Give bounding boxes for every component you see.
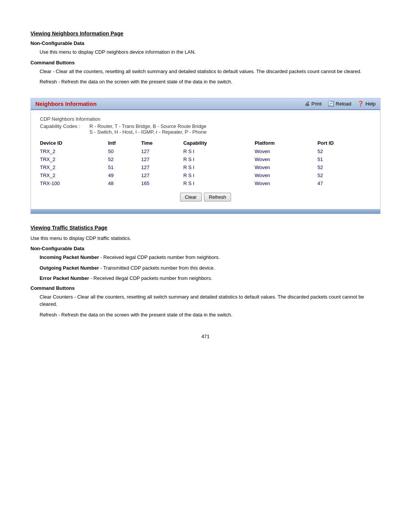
clear-button[interactable]: Clear xyxy=(180,193,202,201)
cell-intf: 51 xyxy=(108,163,141,171)
outgoing-label: Outgoing Packet Number xyxy=(40,265,99,271)
capability-label: Capability Codes : xyxy=(40,123,89,135)
section1-clear-desc: Clear - Clear all the counters, resettin… xyxy=(40,68,381,75)
cell-capability: R S I xyxy=(183,179,255,187)
cell-port_id: 52 xyxy=(317,171,371,179)
cell-device_id: TRX-100 xyxy=(40,179,108,187)
section1-command-buttons-label: Command Buttons xyxy=(30,60,381,66)
col-intf: Intf xyxy=(108,139,141,147)
print-label: Print xyxy=(311,101,322,107)
refresh-button[interactable]: Refresh xyxy=(204,193,231,201)
cell-device_id: TRX_2 xyxy=(40,147,108,155)
table-row: TRX-10048165R S IWoven47 xyxy=(40,179,371,187)
error-desc-text: - Received illegal CDP packets number fr… xyxy=(89,275,212,281)
section-neighbors-info: Viewing Neighbors Information Page Non-C… xyxy=(30,30,381,86)
cell-time: 165 xyxy=(141,179,183,187)
error-label: Error Packet Number xyxy=(40,275,89,281)
table-row: TRX_251127R S IWoven52 xyxy=(40,163,371,171)
section2-non-configurable-label: Non-Configurable Data xyxy=(30,246,381,251)
col-device-id: Device ID xyxy=(40,139,108,147)
help-button[interactable]: ❓ Help xyxy=(357,101,376,107)
cell-platform: Woven xyxy=(255,147,317,155)
col-capability: Capability xyxy=(183,139,255,147)
section1-heading: Viewing Neighbors Information Page xyxy=(30,30,381,37)
neighbors-table: Device ID Intf Time Capability Platform … xyxy=(40,139,371,187)
cell-platform: Woven xyxy=(255,163,317,171)
col-platform: Platform xyxy=(255,139,317,147)
capability-values: R - Router, T - Trans Bridge, B - Source… xyxy=(89,123,207,135)
capability-line1: R - Router, T - Trans Bridge, B - Source… xyxy=(89,123,207,129)
help-icon: ❓ xyxy=(357,101,364,107)
table-row: TRX_249127R S IWoven52 xyxy=(40,171,371,179)
incoming-label: Incoming Packet Number xyxy=(40,254,99,260)
page-number: 471 xyxy=(30,334,381,339)
outgoing-desc: Outgoing Packet Number - Transmitted CDP… xyxy=(40,264,381,272)
table-header-row: Device ID Intf Time Capability Platform … xyxy=(40,139,371,147)
cell-port_id: 52 xyxy=(317,163,371,171)
clear-counters-desc: Clear Counters - Clear all the counters,… xyxy=(40,293,381,308)
panel-title: Neighbors Information xyxy=(35,101,97,107)
panel-header: Neighbors Information 🖨 Print 🔄 Reload ❓… xyxy=(31,98,380,110)
cell-port_id: 52 xyxy=(317,147,371,155)
cell-capability: R S I xyxy=(183,171,255,179)
section1-non-configurable-label: Non-Configurable Data xyxy=(30,40,381,46)
cell-device_id: TRX_2 xyxy=(40,171,108,179)
section2-command-buttons-label: Command Buttons xyxy=(30,285,381,291)
section1-refresh-desc: Refresh - Refresh the data on the screen… xyxy=(40,78,381,86)
cell-capability: R S I xyxy=(183,147,255,155)
cell-platform: Woven xyxy=(255,155,317,163)
cell-device_id: TRX_2 xyxy=(40,155,108,163)
neighbors-info-panel: Neighbors Information 🖨 Print 🔄 Reload ❓… xyxy=(30,98,381,214)
cell-port_id: 51 xyxy=(317,155,371,163)
button-row: Clear Refresh xyxy=(40,193,371,201)
col-time: Time xyxy=(141,139,183,147)
table-row: TRX_250127R S IWoven52 xyxy=(40,147,371,155)
reload-button[interactable]: 🔄 Reload xyxy=(328,101,351,107)
cell-port_id: 47 xyxy=(317,179,371,187)
section2-heading: Viewing Traffic Statistics Page xyxy=(30,225,381,231)
cell-intf: 48 xyxy=(108,179,141,187)
table-row: TRX_252127R S IWoven51 xyxy=(40,155,371,163)
section-traffic-stats: Viewing Traffic Statistics Page Use this… xyxy=(30,225,381,319)
cell-device_id: TRX_2 xyxy=(40,163,108,171)
cell-time: 127 xyxy=(141,163,183,171)
help-label: Help xyxy=(365,101,376,107)
print-icon: 🖨 xyxy=(304,101,310,107)
panel-body: CDP Neighbors Information Capability Cod… xyxy=(31,110,380,209)
incoming-desc-text: - Received legal CDP packets number from… xyxy=(99,254,220,260)
incoming-desc: Incoming Packet Number - Received legal … xyxy=(40,254,381,261)
panel-footer xyxy=(31,209,380,214)
cell-time: 127 xyxy=(141,147,183,155)
panel-actions: 🖨 Print 🔄 Reload ❓ Help xyxy=(304,101,376,107)
cell-platform: Woven xyxy=(255,171,317,179)
cell-capability: R S I xyxy=(183,155,255,163)
cell-time: 127 xyxy=(141,171,183,179)
section2-intro: Use this menu to display CDP traffic sta… xyxy=(30,235,381,242)
section2-refresh-desc: Refresh - Refresh the data on the screen… xyxy=(40,311,381,319)
cell-intf: 50 xyxy=(108,147,141,155)
cell-platform: Woven xyxy=(255,179,317,187)
error-desc: Error Packet Number - Received illegal C… xyxy=(40,275,381,282)
section1-non-configurable-text: Use this menu to display CDP neighbors d… xyxy=(40,48,381,56)
capability-line2: S - Switch, H - Host, I - IGMP, r - Repe… xyxy=(89,129,207,135)
col-port-id: Port ID xyxy=(317,139,371,147)
cdp-info-label: CDP Neighbors Information xyxy=(40,116,371,122)
cell-capability: R S I xyxy=(183,163,255,171)
outgoing-desc-text: - Transmitted CDP packets number from th… xyxy=(99,265,215,271)
cell-intf: 49 xyxy=(108,171,141,179)
cell-time: 127 xyxy=(141,155,183,163)
cell-intf: 52 xyxy=(108,155,141,163)
print-button[interactable]: 🖨 Print xyxy=(304,101,322,107)
reload-label: Reload xyxy=(336,101,351,107)
reload-icon: 🔄 xyxy=(328,101,334,107)
capability-row: Capability Codes : R - Router, T - Trans… xyxy=(40,123,371,135)
